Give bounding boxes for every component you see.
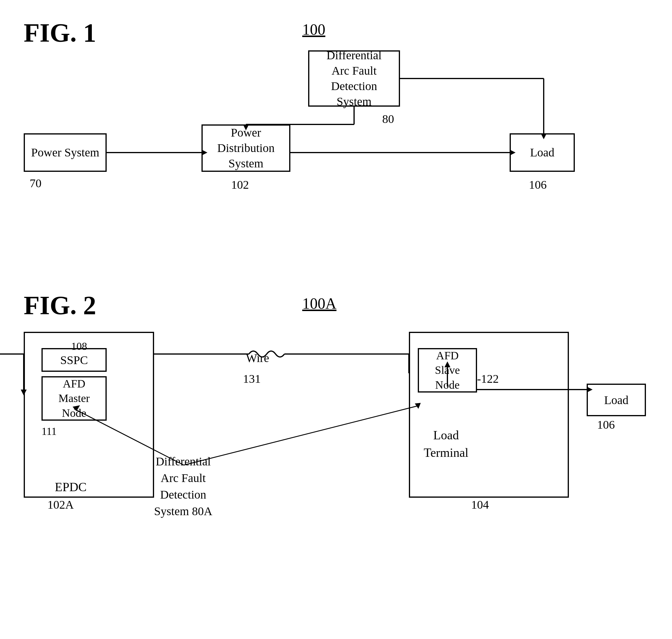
fig1-label: FIG. 1 — [24, 18, 96, 48]
load1-box: Load — [510, 133, 575, 172]
label-load-terminal: Load Terminal — [424, 426, 468, 462]
svg-line-22 — [184, 406, 418, 465]
label-dafd-sys: Differential Arc Fault Detection System … — [154, 453, 213, 520]
label-122: -122 — [477, 372, 499, 386]
fig1-number: 100 — [302, 21, 325, 38]
ref-80: 80 — [382, 112, 394, 126]
afd-master-box: AFD Master Node — [42, 376, 107, 421]
fig2-number: 100A — [302, 295, 337, 312]
ref-70: 70 — [30, 176, 42, 190]
label-111: 111 — [42, 425, 57, 438]
label-104: 104 — [471, 498, 489, 512]
dafds-box: Differential Arc Fault Detection System — [308, 50, 400, 107]
label-102a: 102A — [47, 498, 74, 512]
afd-slave-box: AFD Slave Node — [418, 348, 477, 392]
fig2-label: FIG. 2 — [24, 290, 96, 320]
power-dist-box: Power Distribution System — [202, 124, 291, 172]
ref-102: 102 — [231, 178, 249, 192]
power-system-box: Power System — [24, 133, 107, 172]
label-131: 131 — [243, 372, 261, 386]
label-106-2: 106 — [597, 418, 615, 432]
fig1-connections — [0, 0, 672, 252]
label-wire: Wire — [246, 351, 269, 365]
label-epdc: EPDC — [55, 480, 87, 494]
ref-106: 106 — [529, 178, 547, 192]
load2-box: Load — [587, 384, 646, 416]
label-108: 108 — [71, 340, 87, 353]
